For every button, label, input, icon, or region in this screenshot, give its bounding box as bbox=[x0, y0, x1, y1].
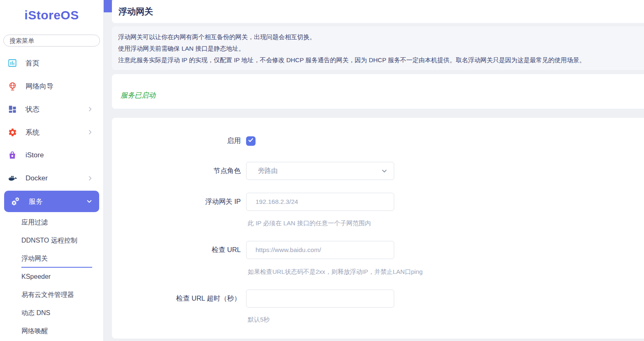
shopping-bag-icon bbox=[7, 150, 17, 160]
sidebar: iStoreOS 首页 网络向导 状态 bbox=[0, 0, 104, 341]
sidebar-item-network-wizard[interactable]: 网络向导 bbox=[0, 75, 103, 98]
role-select-value: 旁路由 bbox=[258, 167, 278, 175]
sidebar-item-docker[interactable]: Docker bbox=[0, 167, 103, 190]
timeout-label: 检查 URL 超时（秒） bbox=[112, 294, 241, 303]
sidebar-subitem-ddnsto[interactable]: DDNSTO 远程控制 bbox=[0, 231, 103, 250]
sidebar-item-system[interactable]: 系统 bbox=[0, 121, 103, 144]
ip-input[interactable] bbox=[246, 193, 394, 211]
sidebar-item-label: 首页 bbox=[26, 58, 40, 68]
subitem-label: 易有云文件管理器 bbox=[21, 291, 74, 299]
sidebar-item-services[interactable]: 服务 bbox=[4, 191, 99, 212]
chevron-right-icon bbox=[87, 129, 93, 135]
sidebar-subitem-app-filter[interactable]: 应用过滤 bbox=[0, 213, 103, 231]
sidebar-item-label: 状态 bbox=[26, 105, 40, 114]
enable-label: 启用 bbox=[112, 136, 241, 145]
bar-chart-icon bbox=[7, 58, 17, 68]
enable-checkbox[interactable] bbox=[246, 136, 256, 146]
chevron-right-icon bbox=[87, 106, 93, 112]
service-status-card: 服务已启动 bbox=[112, 74, 644, 109]
sidebar-item-label: Docker bbox=[26, 174, 48, 182]
chevron-down-icon bbox=[86, 198, 93, 205]
sidebar-item-status[interactable]: 状态 bbox=[0, 98, 103, 121]
sidebar-nav: 首页 网络向导 状态 系统 bbox=[0, 51, 103, 340]
ip-row: 浮动网关 IP bbox=[112, 193, 394, 211]
check-url-row: 检查 URL bbox=[112, 241, 394, 259]
ip-helper-text: 此 IP 必须在 LAN 接口的任意一个子网范围内 bbox=[248, 220, 371, 227]
service-status-text: 服务已启动 bbox=[112, 74, 644, 100]
chevron-down-icon bbox=[381, 167, 388, 175]
subitem-label: 浮动网关 bbox=[21, 255, 48, 263]
page-header: 浮动网关 bbox=[112, 0, 644, 23]
page-title: 浮动网关 bbox=[112, 0, 644, 23]
subitem-label: 应用过滤 bbox=[21, 218, 48, 227]
sidebar-item-label: 服务 bbox=[29, 197, 43, 206]
gear-icon bbox=[7, 127, 17, 137]
description-line: 浮动网关可以让你在内网有两个相互备份的网关，出现问题会相互切换。 bbox=[118, 31, 634, 43]
role-select[interactable]: 旁路由 bbox=[246, 162, 394, 180]
gears-icon bbox=[11, 196, 21, 206]
sidebar-subitem-ddns[interactable]: 动态 DNS bbox=[0, 304, 103, 322]
ip-label: 浮动网关 IP bbox=[112, 197, 241, 206]
description-line: 使用浮动网关前需确保 LAN 接口是静态地址。 bbox=[118, 43, 634, 54]
check-url-input[interactable] bbox=[246, 241, 394, 259]
sidebar-subitem-yiyoucloud[interactable]: 易有云文件管理器 bbox=[0, 286, 103, 304]
subitem-label: KSpeeder bbox=[21, 273, 51, 280]
description-line: 注意此服务实际是浮动 IP 的实现，仅配置 IP 地址，不会修改 DHCP 服务… bbox=[118, 54, 634, 66]
enable-row: 启用 bbox=[112, 133, 256, 148]
check-url-label: 检查 URL bbox=[112, 245, 241, 255]
role-label: 节点角色 bbox=[112, 166, 241, 175]
check-icon bbox=[248, 137, 254, 145]
page-description: 浮动网关可以让你在内网有两个相互备份的网关，出现问题会相互切换。 使用浮动网关前… bbox=[112, 26, 644, 70]
subitem-label: 网络唤醒 bbox=[21, 327, 48, 336]
sidebar-item-istore[interactable]: iStore bbox=[0, 144, 103, 167]
sidebar-subitem-floating-gateway[interactable]: 浮动网关 bbox=[0, 250, 103, 268]
docker-icon bbox=[7, 173, 17, 183]
globe-icon bbox=[7, 81, 17, 91]
active-tab-indicator bbox=[104, 0, 112, 12]
sidebar-subitem-kspeeder[interactable]: KSpeeder bbox=[0, 268, 103, 286]
sidebar-item-label: 系统 bbox=[26, 128, 40, 137]
subitem-label: 动态 DNS bbox=[21, 309, 50, 318]
role-row: 节点角色 旁路由 bbox=[112, 162, 394, 180]
timeout-row: 检查 URL 超时（秒） bbox=[112, 290, 394, 308]
sidebar-item-label: 网络向导 bbox=[26, 82, 53, 91]
search-input[interactable] bbox=[3, 35, 100, 47]
timeout-helper-text: 默认5秒 bbox=[248, 316, 270, 324]
chevron-right-icon bbox=[87, 175, 93, 182]
settings-form-card: 启用 节点角色 旁路由 浮动网关 IP 此 IP 必须在 LAN 接口的任意一个… bbox=[112, 118, 644, 339]
sidebar-item-home[interactable]: 首页 bbox=[0, 51, 103, 75]
services-submenu: 应用过滤 DDNSTO 远程控制 浮动网关 KSpeeder 易有云文件管理器 … bbox=[0, 213, 103, 340]
sidebar-item-label: iStore bbox=[26, 151, 44, 159]
grid-icon bbox=[7, 104, 17, 114]
check-url-helper-text: 如果检查URL状态码不是2xx，则释放浮动IP，并禁止LAN口ping bbox=[248, 268, 423, 276]
sidebar-subitem-wol[interactable]: 网络唤醒 bbox=[0, 322, 103, 340]
app-logo: iStoreOS bbox=[0, 8, 103, 22]
subitem-label: DDNSTO 远程控制 bbox=[21, 236, 77, 245]
timeout-input[interactable] bbox=[246, 290, 394, 308]
